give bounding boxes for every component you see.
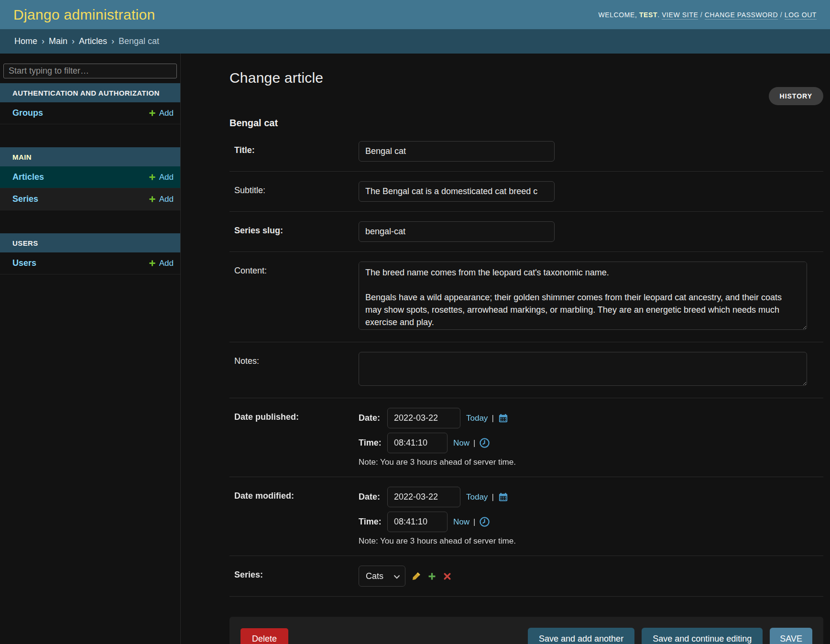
sidebar-module-main: MAIN Articles Add Series Add [0,147,180,210]
add-link-label: Add [159,173,174,182]
change-password-link[interactable]: CHANGE PASSWORD [705,11,778,20]
calendar-icon[interactable] [498,413,509,424]
form-row-series: Series: Cats [229,556,823,597]
series-label: Series: [234,566,359,587]
add-series-link[interactable]: Add [149,195,174,204]
timezone-note: Note: You are 3 hours ahead of server ti… [359,536,823,546]
date-modified-label: Date modified: [234,487,359,546]
save-and-add-another-button[interactable]: Save and add another [528,628,634,644]
now-link[interactable]: Now [453,517,470,527]
user-tools: WELCOME, TEST. VIEW SITE / CHANGE PASSWO… [598,11,817,19]
welcome-text: WELCOME, [598,11,637,19]
now-link[interactable]: Now [453,438,470,448]
form-row-title: Title: [229,131,823,172]
title-input[interactable] [359,141,555,162]
form-row-content: Content: The breed name comes from the l… [229,252,823,342]
clock-icon[interactable] [479,437,490,448]
delete-related-x-icon[interactable] [443,572,451,580]
users-link[interactable]: Users [12,258,36,268]
series-selected-option: Cats [366,571,383,581]
add-groups-link[interactable]: Add [149,109,174,118]
series-slug-input[interactable] [359,221,555,242]
date-published-label: Date published: [234,408,359,467]
pipe-separator: | [491,492,493,502]
timezone-note: Note: You are 3 hours ahead of server ti… [359,458,823,467]
form-row-series-slug: Series slug: [229,212,823,252]
save-button[interactable]: SAVE [770,628,812,644]
object-title: Bengal cat [229,118,823,129]
sidebar-item-users[interactable]: Users Add [0,252,180,274]
form-row-date-modified: Date modified: Date: Today | [229,477,823,556]
sidebar-item-groups[interactable]: Groups Add [0,102,180,124]
pipe-separator: | [491,414,493,423]
date-sublabel: Date: [359,413,387,423]
groups-link[interactable]: Groups [12,108,43,118]
form-row-notes: Notes: [229,342,823,398]
clock-icon[interactable] [479,516,490,527]
log-out-link[interactable]: LOG OUT [785,11,817,20]
module-caption-main[interactable]: MAIN [0,147,180,166]
link-separator: / [780,11,783,19]
breadcrumb-app[interactable]: Main [49,36,67,46]
date-modified-time-input[interactable] [387,512,448,532]
notes-label: Notes: [234,352,359,388]
chevron-down-icon [393,571,400,581]
breadcrumb-model[interactable]: Articles [79,36,107,46]
edit-related-pencil-icon[interactable] [412,572,421,581]
module-caption-users[interactable]: USERS [0,233,180,252]
delete-button[interactable]: Delete [240,628,288,644]
form-row-subtitle: Subtitle: [229,172,823,212]
sidebar-item-series[interactable]: Series Add [0,188,180,210]
module-caption-auth[interactable]: AUTHENTICATION AND AUTHORIZATION [0,83,180,102]
save-and-continue-editing-button[interactable]: Save and continue editing [642,628,763,644]
page-title: Change article [229,70,323,86]
breadcrumb-home[interactable]: Home [14,36,37,46]
breadcrumb-separator: › [42,36,44,46]
form-row-date-published: Date published: Date: Today | [229,398,823,477]
submit-row: Delete Save and add another Save and con… [229,617,823,644]
subtitle-label: Subtitle: [234,181,359,202]
username-suffix: . [657,11,660,19]
history-button[interactable]: HISTORY [769,87,823,105]
date-modified-date-input[interactable] [387,487,460,507]
plus-icon [149,260,156,267]
breadcrumb-separator: › [72,36,75,46]
date-published-time-input[interactable] [387,433,448,453]
date-sublabel: Date: [359,492,387,502]
link-separator: / [700,11,703,19]
plus-icon [149,109,156,117]
series-slug-label: Series slug: [234,221,359,242]
content-label: Content: [234,262,359,332]
add-users-link[interactable]: Add [149,259,174,268]
time-sublabel: Time: [359,517,387,527]
pipe-separator: | [473,517,475,527]
add-related-plus-icon[interactable] [428,572,436,580]
sidebar-filter-input[interactable] [3,64,177,78]
breadcrumb-current: Bengal cat [119,36,159,46]
nav-sidebar: AUTHENTICATION AND AUTHORIZATION Groups … [0,54,181,644]
series-link[interactable]: Series [12,194,38,204]
notes-textarea[interactable] [359,352,807,386]
content-textarea[interactable]: The breed name comes from the leopard ca… [359,262,807,330]
today-link[interactable]: Today [466,492,488,502]
view-site-link[interactable]: VIEW SITE [662,11,698,20]
sidebar-item-articles[interactable]: Articles Add [0,166,180,188]
time-sublabel: Time: [359,438,387,448]
calendar-icon[interactable] [498,491,509,502]
date-published-date-input[interactable] [387,408,460,428]
series-select[interactable]: Cats [359,566,405,587]
plus-icon [149,196,156,203]
breadcrumb-separator: › [111,36,114,46]
subtitle-input[interactable] [359,181,555,202]
app-header: Django administration WELCOME, TEST. VIE… [0,0,830,29]
add-articles-link[interactable]: Add [149,173,174,182]
articles-link[interactable]: Articles [12,172,44,182]
add-link-label: Add [159,259,174,268]
title-label: Title: [234,141,359,162]
content-area: Change article HISTORY Bengal cat Title:… [181,54,830,644]
add-link-label: Add [159,195,174,204]
site-title[interactable]: Django administration [13,7,155,23]
add-link-label: Add [159,109,174,118]
today-link[interactable]: Today [466,414,488,423]
sidebar-module-users: USERS Users Add [0,233,180,274]
